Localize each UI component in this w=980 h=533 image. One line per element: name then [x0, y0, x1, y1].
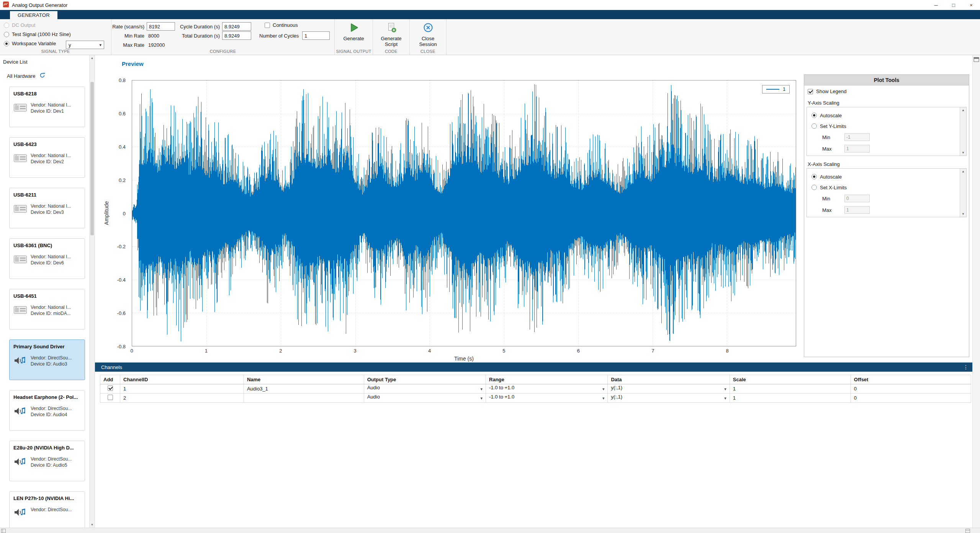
device-id: Device ID: Dev2: [31, 159, 71, 165]
device-id: Device ID: Audio4: [31, 412, 72, 418]
y-max-label: Max: [822, 146, 844, 152]
rate-input[interactable]: [147, 22, 175, 31]
workspace-variable-label: Workspace Variable: [12, 41, 56, 46]
set-x-limits-radio[interactable]: Set X-Limits: [811, 182, 960, 193]
x-max-input[interactable]: [844, 206, 870, 214]
cell-scale: 1: [733, 395, 736, 401]
number-of-cycles-label: Number of Cycles: [259, 33, 299, 39]
set-x-limits-label: Set X-Limits: [820, 185, 847, 190]
scroll-up-icon[interactable]: ▲: [960, 108, 966, 112]
preview-panel: Preview Amplitude 1 0.80.60.40.20-0.2-0.…: [95, 55, 802, 362]
cell-output-type-dropdown[interactable]: Audio▾: [364, 394, 486, 403]
device-vendor: Vendor: National I...: [31, 153, 71, 159]
scroll-up-icon[interactable]: ▲: [90, 56, 95, 60]
scrollbar-thumb[interactable]: [90, 82, 94, 235]
device-name: USB-6218: [13, 91, 81, 97]
ellipsis-icon[interactable]: ⋮: [963, 364, 969, 370]
device-card[interactable]: LEN P27h-10 (NVIDIA Hi... Vendor: Direct…: [9, 491, 85, 528]
device-vendor: Vendor: National I...: [31, 102, 71, 108]
device-icon: [13, 456, 27, 467]
device-card[interactable]: Primary Sound Driver Vendor: DirectSou..…: [9, 339, 85, 380]
cell-range-dropdown[interactable]: -1.0 to +1.0▾: [486, 394, 608, 403]
device-card[interactable]: USB-6423 Vendor: National I... Device ID…: [9, 137, 85, 178]
number-of-cycles-input[interactable]: [302, 31, 330, 40]
device-card[interactable]: Headset Earphone (2- Pol... Vendor: Dire…: [9, 390, 85, 431]
cell-output-type-dropdown[interactable]: Audio▾: [364, 384, 486, 394]
generate-script-button[interactable]: Generate Script: [373, 22, 409, 47]
close-session-button[interactable]: Close Session: [410, 22, 446, 47]
workspace-variable-radio[interactable]: Workspace Variable: [4, 41, 56, 46]
sidebar-scrollbar[interactable]: ▲ ▼: [89, 55, 95, 528]
channels-header[interactable]: Channels ⋮: [95, 362, 972, 372]
workspace-variable-select[interactable]: y ▾: [66, 41, 104, 49]
panel-maximize-icon[interactable]: [973, 57, 979, 63]
x-tick-label: 4: [428, 348, 431, 354]
add-checkbox[interactable]: [108, 395, 113, 400]
y-min-input[interactable]: [844, 133, 870, 141]
x-min-label: Min: [822, 196, 844, 202]
cell-name-edit[interactable]: [244, 394, 364, 403]
add-checkbox[interactable]: [108, 385, 113, 391]
show-legend-checkbox[interactable]: Show Legend: [808, 89, 847, 94]
scroll-down-icon[interactable]: ▼: [960, 151, 966, 154]
scroll-up-icon[interactable]: ▲: [960, 170, 966, 173]
refresh-icon[interactable]: [39, 72, 46, 80]
y-autoscale-radio[interactable]: Autoscale: [811, 110, 960, 121]
chevron-down-icon: ▾: [724, 394, 726, 402]
close-button[interactable]: ×: [962, 0, 980, 10]
x-axis-scaling-group: Autoscale Set X-Limits Min M: [807, 168, 967, 217]
total-duration-input[interactable]: [222, 31, 251, 40]
scroll-down-icon[interactable]: ▼: [960, 212, 966, 216]
cell-data-dropdown[interactable]: y(:,1)▾: [608, 384, 730, 394]
show-legend-label: Show Legend: [816, 89, 847, 94]
plot-legend[interactable]: 1: [762, 85, 790, 93]
device-card[interactable]: USB-6218 Vendor: National I... Device ID…: [9, 87, 85, 127]
device-name: USB-6451: [13, 293, 81, 299]
cell-scale-edit[interactable]: 1: [730, 384, 851, 394]
x-axis-scaling-title: X-Axis Scaling: [808, 161, 840, 167]
minimize-button[interactable]: ─: [927, 0, 945, 10]
device-card[interactable]: USB-6211 Vendor: National I... Device ID…: [9, 188, 85, 228]
scroll-down-icon[interactable]: ▼: [90, 523, 95, 526]
table-row[interactable]: 1 Audio3_1 Audio▾ -1.0 to +1.0▾ y(:,1)▾ …: [100, 384, 971, 394]
status-bar: [0, 528, 980, 533]
workspace-variable-value: y: [69, 42, 71, 48]
set-y-limits-radio[interactable]: Set Y-Limits: [811, 121, 960, 131]
continuous-label: Continuous: [273, 22, 298, 28]
y-group-scrollbar[interactable]: ▲ ▼: [960, 107, 966, 156]
y-max-input[interactable]: [844, 145, 870, 153]
ribbon: DC Output Test Signal (1000 Hz Sine) Wor…: [0, 19, 980, 55]
total-duration-label: Total Duration (s): [175, 33, 220, 39]
x-tick-labels: 012345678: [132, 348, 796, 355]
cell-range-dropdown[interactable]: -1.0 to +1.0▾: [486, 384, 608, 394]
device-card[interactable]: E28u-20 (NVIDIA High D... Vendor: Direct…: [9, 441, 85, 481]
device-name: Headset Earphone (2- Pol...: [13, 394, 81, 400]
device-card[interactable]: USB-6361 (BNC) Vendor: National I... Dev…: [9, 238, 85, 279]
device-icon: [13, 153, 27, 164]
x-autoscale-label: Autoscale: [820, 174, 842, 180]
continuous-checkbox[interactable]: Continuous: [265, 22, 298, 28]
test-signal-radio[interactable]: Test Signal (1000 Hz Sine): [4, 31, 71, 37]
cell-data-dropdown[interactable]: y(:,1)▾: [608, 394, 730, 403]
app-window: Analog Output Generator ─ □ × GENERATOR …: [0, 0, 980, 533]
tab-preview[interactable]: Preview: [122, 61, 144, 67]
cycle-duration-input[interactable]: [222, 22, 251, 31]
x-min-input[interactable]: [844, 195, 870, 202]
device-name: Primary Sound Driver: [13, 344, 81, 349]
cell-scale-edit[interactable]: 1: [730, 394, 851, 403]
x-autoscale-radio[interactable]: Autoscale: [811, 171, 960, 182]
plot-tools-title: Plot Tools: [804, 75, 969, 85]
cell-name-edit[interactable]: Audio3_1: [244, 384, 364, 394]
maximize-button[interactable]: □: [945, 0, 962, 10]
y-tick-label: -0.2: [117, 244, 126, 249]
plot-axes[interactable]: 1: [132, 80, 796, 346]
cell-offset-edit[interactable]: 0: [851, 394, 971, 403]
device-card[interactable]: USB-6451 Vendor: National I... Device ID…: [9, 289, 85, 330]
table-row[interactable]: 2 Audio▾ -1.0 to +1.0▾ y(:,1)▾ 1 0: [100, 394, 971, 403]
tab-generator[interactable]: GENERATOR: [10, 11, 57, 19]
x-group-scrollbar[interactable]: ▲ ▼: [960, 169, 966, 217]
cell-offset-edit[interactable]: 0: [851, 384, 971, 394]
dc-output-radio[interactable]: DC Output: [4, 22, 35, 28]
generate-button[interactable]: Generate: [335, 22, 373, 41]
all-hardware-row[interactable]: All Hardware: [7, 72, 46, 80]
